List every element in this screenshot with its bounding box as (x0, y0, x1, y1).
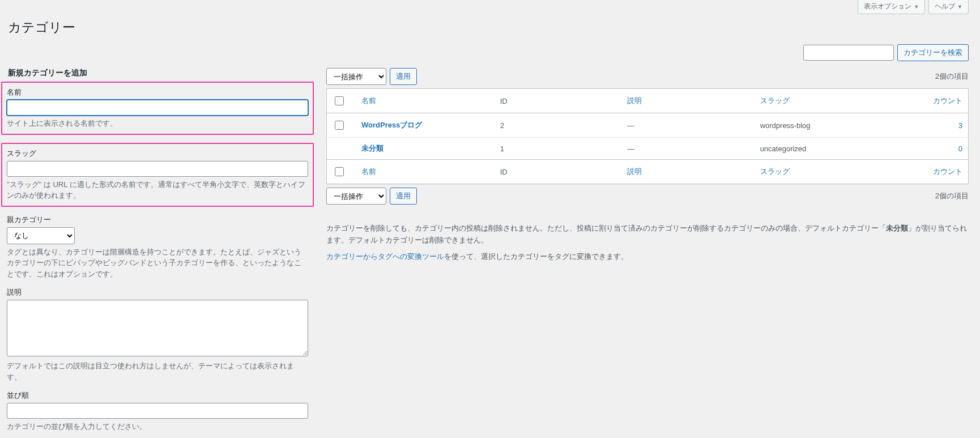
slug-desc: "スラッグ" は URL に適した形式の名前です。通常はすべて半角小文字で、英数… (7, 179, 308, 201)
item-count-top: 2個の項目 (935, 71, 969, 82)
slug-label: スラッグ (7, 148, 308, 159)
description-input[interactable] (7, 300, 308, 356)
row-count-link[interactable]: 0 (958, 144, 962, 153)
col-name-foot[interactable]: 名前 (361, 167, 376, 176)
order-desc: カテゴリーの並び順を入力してください。 (7, 421, 308, 432)
col-slug-foot[interactable]: スラッグ (760, 167, 790, 176)
col-count[interactable]: カウント (933, 96, 962, 105)
footer-note: カテゴリーを削除しても、カテゴリー内の投稿は削除されません。ただし、投稿に割り当… (326, 223, 969, 262)
select-all-top[interactable] (335, 96, 344, 105)
slug-input[interactable] (7, 161, 308, 177)
row-name-link[interactable]: 未分類 (361, 144, 384, 152)
bulk-apply-bottom[interactable]: 適用 (390, 188, 417, 205)
footer-note2-b: を使って、選択したカテゴリーをタグに変換できます。 (444, 252, 628, 261)
item-count-bottom: 2個の項目 (935, 191, 969, 201)
page-title: カテゴリー (8, 19, 969, 36)
select-all-bottom[interactable] (335, 167, 344, 176)
chevron-down-icon: ▼ (957, 4, 962, 10)
row-desc: — (621, 113, 755, 138)
search-input[interactable] (803, 45, 894, 61)
table-row: WordPressブログ 2 — wordpress-blog 3 (327, 113, 969, 138)
field-parent-wrap: 親カテゴリー なし タグとは異なり、カテゴリーは階層構造を持つことができます。た… (7, 215, 308, 280)
category-table: 名前 ID 説明 スラッグ カウント WordPressブログ 2 — word… (326, 88, 969, 184)
name-label: 名前 (7, 87, 308, 97)
footer-note1-strong: 未分類 (886, 224, 908, 232)
table-row: 未分類 1 — uncategorized 0 (327, 138, 969, 160)
row-slug: uncategorized (755, 138, 910, 160)
col-description-foot[interactable]: 説明 (627, 167, 642, 176)
row-id: 1 (495, 138, 621, 160)
parent-select[interactable]: なし (7, 227, 75, 244)
converter-link[interactable]: カテゴリーからタグへの変換ツール (326, 252, 444, 261)
parent-label: 親カテゴリー (7, 215, 308, 225)
search-button[interactable]: カテゴリーを検索 (897, 44, 969, 61)
help-label: ヘルプ (935, 2, 955, 11)
description-label: 説明 (7, 287, 308, 297)
footer-note1-a: カテゴリーを削除しても、カテゴリー内の投稿は削除されません。ただし、投稿に割り当… (326, 224, 886, 232)
row-id: 2 (495, 113, 621, 138)
col-description[interactable]: 説明 (627, 96, 642, 105)
field-slug-wrap: スラッグ "スラッグ" は URL に適した形式の名前です。通常はすべて半角小文… (1, 143, 314, 207)
row-name-link[interactable]: WordPressブログ (361, 121, 422, 129)
order-input[interactable] (7, 403, 308, 419)
screen-options-label: 表示オプション (864, 2, 911, 11)
name-input[interactable] (7, 100, 308, 116)
field-order-wrap: 並び順 カテゴリーの並び順を入力してください。 (7, 390, 308, 432)
help-toggle[interactable]: ヘルプ ▼ (928, 0, 969, 14)
col-name[interactable]: 名前 (361, 96, 376, 105)
col-slug[interactable]: スラッグ (760, 96, 790, 105)
row-slug: wordpress-blog (755, 113, 910, 138)
row-checkbox[interactable] (335, 121, 344, 130)
screen-options-toggle[interactable]: 表示オプション ▼ (858, 0, 925, 14)
bulk-action-select-bottom[interactable]: 一括操作 (326, 188, 386, 205)
name-desc: サイト上に表示される名前です。 (7, 118, 308, 129)
row-desc: — (621, 138, 755, 160)
field-description-wrap: 説明 デフォルトではこの説明は目立つ使われ方はしませんが、テーマによっては表示さ… (7, 287, 308, 382)
field-name-wrap: 名前 サイト上に表示される名前です。 (1, 82, 314, 135)
bulk-action-select-top[interactable]: 一括操作 (326, 68, 386, 85)
chevron-down-icon: ▼ (914, 4, 919, 10)
bulk-apply-top[interactable]: 適用 (390, 68, 417, 85)
form-heading: 新規カテゴリーを追加 (8, 68, 308, 78)
row-count-link[interactable]: 3 (958, 121, 962, 130)
description-desc: デフォルトではこの説明は目立つ使われ方はしませんが、テーマによっては表示されます… (7, 360, 308, 382)
col-id-foot: ID (495, 160, 621, 184)
col-id: ID (495, 89, 621, 113)
order-label: 並び順 (7, 390, 308, 401)
parent-desc: タグとは異なり、カテゴリーは階層構造を持つことができます。たとえば、ジャズという… (7, 246, 308, 280)
col-count-foot[interactable]: カウント (933, 167, 962, 176)
